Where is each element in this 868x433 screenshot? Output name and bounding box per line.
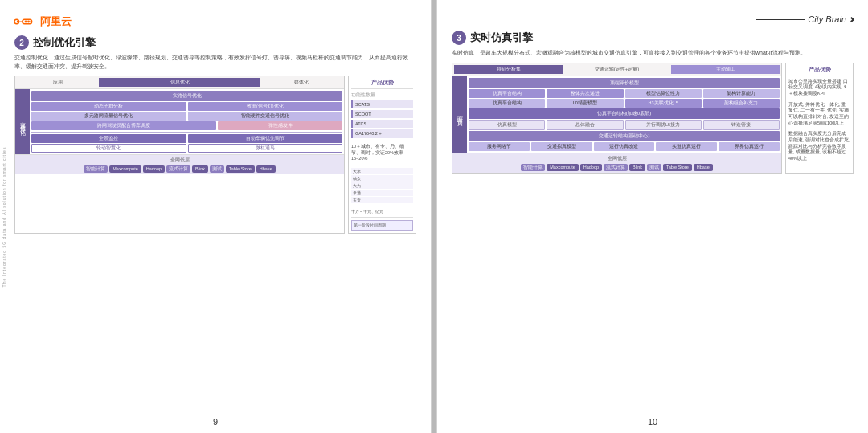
r-row3-cell4: 架构组合补充力: [703, 99, 780, 108]
r-row2-cell1: 仿真平台结构: [469, 89, 545, 98]
found-item-2: Hadoop: [143, 165, 165, 173]
page-divider: [432, 0, 436, 433]
side-divider3: [351, 206, 413, 206]
logo-label: 阿里云: [40, 14, 72, 29]
row4-cell2: 弹性感发件: [218, 121, 342, 130]
header-line: [756, 19, 805, 20]
r-row5-cell3: 运行仿真改造: [594, 142, 655, 151]
svg-rect-6: [27, 21, 30, 23]
diagram-area-left: 应用 信息优化 媒体化 交通信号优化 实路信号优化 动态子群分析 效率(信号灯)…: [14, 76, 416, 234]
page-num-left: 9: [213, 417, 218, 427]
row2-cell2: 效率(信号灯)优化: [188, 102, 343, 111]
side-layer-3: ATCS: [351, 120, 413, 128]
r-row5: 服务网络节 交通拟真模型 运行仿真改造 实道仿真运行 界界仿真运行: [469, 142, 780, 151]
top-label-1: 信息优化: [99, 78, 261, 87]
r-found-item-1: Maxcompute: [547, 164, 579, 171]
found-item-1: Maxcompute: [109, 165, 141, 173]
r-found-item-5: 测试: [647, 164, 661, 171]
r-row4-cell1: 仿真模型: [469, 120, 545, 130]
top-label-r2: 主动辅工: [671, 65, 780, 74]
side-tag-1: 大米: [351, 168, 413, 174]
r-found-item-2: Hadoop: [580, 164, 602, 171]
section-desc-right: 实时仿真，是超车大规模分布式、宏微观融合为核模型的城市交通仿真引擎，可直接接入到…: [452, 49, 854, 58]
row6: 轮动智慧化 微杠通马: [31, 144, 342, 153]
side-title-right: 产品优势: [788, 66, 850, 76]
side-layer-2: SCOOT: [351, 110, 413, 118]
r-row4-cell3: 并行调优L5接力: [625, 120, 702, 130]
r-row3-cell1: 仿真平台结构: [469, 99, 545, 108]
r-row5-cell4: 实道仿真运行: [656, 142, 717, 151]
svg-rect-1: [17, 21, 19, 23]
section-title-left: 2 控制优化引擎: [14, 35, 416, 50]
diagram-cells-right: 顶端评价模型 仿真平台结构 整体共次递进 模型估算位性力 架构计算能力 仿真平台…: [467, 76, 781, 153]
section-num-right: 3: [452, 31, 466, 45]
r-found-item-6: Table Store: [663, 164, 692, 171]
side-divider-r2: [788, 129, 850, 129]
logo-icon: [14, 14, 37, 29]
diagram-area-right: 特征分析集 交通运输(定性+定量) 主动辅工 实时仿真 顶端评价模型 仿真平台结…: [452, 63, 854, 174]
header-left: 阿里云: [14, 14, 416, 29]
r-row3-cell3: H3关联优化L5: [625, 99, 702, 108]
foundation-area-left: 全网低层 智能计算 Maxcompute Hadoop 流式计算 Blink 测…: [15, 154, 344, 174]
r-row4: 仿真模型 总体融合 并行调优L5接力 铸造管接: [469, 120, 780, 130]
logo: 阿里云: [14, 14, 72, 29]
r-row2-cell3: 模型估算位性力: [625, 89, 702, 98]
top-label-r1: 交通运输(定性+定量): [563, 65, 671, 74]
side-layer-1: SCATS: [351, 100, 413, 108]
found-item-0: 智能计算: [84, 165, 108, 173]
side-tag-2: 柚众: [351, 175, 413, 182]
r-row2-cell2: 整体共次递进: [547, 89, 623, 98]
side-text-r2: 开放式, 并将优化一体化, 重复仁, 二一有一并, 优先, 实施可以构直排针对台…: [788, 102, 850, 127]
r-row1: 顶端评价模型: [469, 78, 780, 88]
side-text-2: 十万～千元、亿元: [351, 209, 413, 214]
row4: 路网驾驶员配合博弈调度 弹性感发件: [31, 121, 342, 130]
row5: 全景监控 自动车辆优先调节: [31, 134, 342, 143]
r-row3-cell2: L0精密模型: [547, 99, 623, 108]
r-bottom-label: 交通运转结构(基础中心): [469, 131, 780, 141]
found-item-7: Hbase: [256, 165, 276, 173]
side-tag-3: 大为: [351, 182, 413, 189]
section-heading-left: 控制优化引擎: [33, 35, 96, 50]
vert-label-right: 实时仿真: [452, 76, 467, 153]
page-right: City Brain 3 实时仿真引擎 实时仿真，是超车大规模分布式、宏微观融合…: [437, 0, 868, 433]
r-found-item-4: Blink: [629, 164, 645, 171]
r-row2: 仿真平台结构 整体共次递进 模型估算位性力 架构计算能力: [469, 89, 780, 98]
r-row4-cell4: 铸造管接: [703, 120, 780, 130]
row3-cell2: 智能硬件交通信号优化: [188, 112, 343, 121]
r-found-item-0: 智能计算: [521, 164, 545, 171]
page-spread: The Integrated 5G data and AI solution f…: [0, 0, 868, 433]
vertical-side-text: The Integrated 5G data and AI solution f…: [2, 146, 6, 287]
main-diagram-left: 应用 信息优化 媒体化 交通信号优化 实路信号优化 动态子群分析 效率(信号灯)…: [14, 76, 345, 234]
side-divider4: [351, 217, 413, 218]
svg-rect-5: [25, 21, 27, 23]
arrow-icon: [849, 16, 854, 22]
city-brain-label: City Brain: [808, 14, 846, 24]
row6-cell1: 轮动智慧化: [31, 144, 186, 153]
side-tag-5: 玉贡: [351, 197, 413, 203]
found-item-4: Blink: [192, 165, 208, 173]
row2: 动态子群分析 效率(信号灯)优化: [31, 102, 342, 111]
side-tags-left: 大米 柚众 大为 承通 玉贡: [351, 168, 413, 203]
r-row5-cell5: 界界仿真运行: [719, 142, 780, 151]
r-row5-cell2: 交通拟真模型: [531, 142, 592, 151]
side-tag-4: 承通: [351, 190, 413, 196]
side-divider-r1: [788, 100, 850, 100]
top-label-2: 媒体化: [260, 78, 342, 87]
top-labels-left: 应用 信息优化 媒体化: [15, 76, 344, 89]
side-text-r1: 城市公里路实现全量搭建 口径交叉调度: 4秒以内实现, 9＋模块接调度KPI: [788, 79, 850, 97]
r-row4-cell2: 总体融合: [547, 120, 623, 130]
foundation-label-left: 全网低层: [17, 157, 342, 164]
foundation-area-right: 全网低层 智能计算 Maxcompute Hadoop 流式计算 Blink 测…: [452, 153, 781, 173]
row2-cell1: 动态子群分析: [31, 102, 186, 111]
row4-cell1: 路网驾驶员配合博弈调度: [31, 121, 216, 130]
foundation-items-right: 智能计算 Maxcompute Hadoop 流式计算 Blink 测试 Tab…: [454, 164, 780, 171]
foundation-items-left: 智能计算 Maxcompute Hadoop 流式计算 Blink 测试 Tab…: [17, 165, 342, 173]
row3: 多元路网流量信号优化 智能硬件交通信号优化: [31, 112, 342, 121]
side-text-3: 第一阶段时间周期: [351, 220, 413, 231]
side-layers-left: SCATS SCOOT ATCS GA17640.2＋: [351, 100, 413, 138]
row5-cell2: 自动车辆优先调节: [188, 134, 343, 143]
side-text-1: 10＋城市、有专、乃、细节、调时，实证20%效率15~20%: [351, 144, 413, 162]
r-row2-cell4: 架构计算能力: [703, 89, 780, 98]
header-right: City Brain: [452, 14, 854, 24]
section-num-left: 2: [14, 35, 29, 50]
